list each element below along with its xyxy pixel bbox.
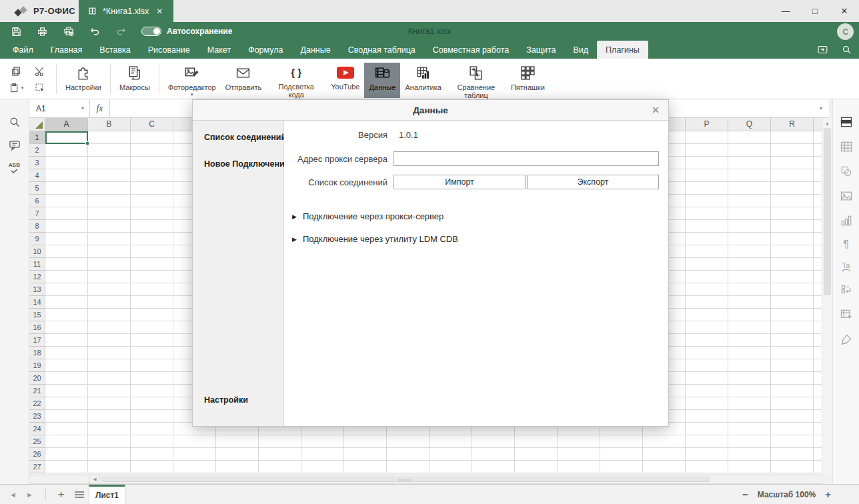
- menu-tab-11[interactable]: Плагины: [597, 41, 648, 59]
- select-icon[interactable]: [34, 82, 46, 94]
- selected-cell-a1[interactable]: [45, 131, 88, 144]
- dialog-close-icon[interactable]: ✕: [652, 105, 660, 115]
- slicer-settings-icon[interactable]: [840, 283, 853, 297]
- zoom-out-button[interactable]: −: [742, 489, 748, 500]
- ribbon-button-photo-editor[interactable]: Фоторедактор ▾: [163, 63, 221, 98]
- ribbon-button-fifteen-puzzle[interactable]: Пятнашки: [506, 63, 550, 98]
- ribbon-button-settings[interactable]: Настройки: [61, 63, 106, 98]
- row-header-19[interactable]: 19: [29, 359, 45, 372]
- scroll-up-icon[interactable]: ▲: [822, 118, 832, 129]
- row-header-9[interactable]: 9: [29, 233, 45, 245]
- autosave-toggle[interactable]: [141, 27, 161, 36]
- redo-icon[interactable]: [115, 26, 127, 37]
- row-header-5[interactable]: 5: [29, 182, 45, 195]
- insert-function-button[interactable]: fx: [90, 99, 110, 117]
- cut-icon[interactable]: [34, 65, 46, 77]
- sheet-list-icon[interactable]: [74, 491, 85, 499]
- maximize-button[interactable]: □: [800, 0, 830, 22]
- pivot-table-settings-icon[interactable]: [840, 308, 853, 321]
- ribbon-button-send[interactable]: Отправить: [221, 63, 267, 98]
- comments-icon[interactable]: [8, 139, 21, 152]
- row-header-27[interactable]: 27: [29, 461, 45, 473]
- search-icon[interactable]: [841, 44, 852, 55]
- proxy-address-input[interactable]: [393, 151, 659, 166]
- export-button[interactable]: Экспорт: [527, 175, 659, 189]
- ribbon-button-macros[interactable]: Макросы: [115, 63, 155, 98]
- ribbon-button-analytics[interactable]: Аналитика: [400, 63, 446, 98]
- sidebar-item-settings[interactable]: Настройки: [204, 395, 248, 405]
- import-button[interactable]: Импорт: [393, 175, 526, 189]
- close-button[interactable]: ✕: [830, 0, 859, 22]
- column-header-P[interactable]: P: [686, 118, 728, 131]
- paste-icon[interactable]: ▾: [9, 82, 24, 94]
- menu-tab-3[interactable]: Рисование: [139, 41, 199, 59]
- menu-tab-6[interactable]: Данные: [292, 41, 339, 59]
- search-icon[interactable]: [8, 115, 21, 129]
- prev-sheet-icon[interactable]: ◄: [9, 491, 17, 499]
- add-sheet-icon[interactable]: +: [58, 489, 65, 500]
- ribbon-button-data[interactable]: Данные: [364, 63, 400, 98]
- next-sheet-icon[interactable]: ►: [26, 491, 33, 499]
- tab-close-icon[interactable]: ✕: [155, 7, 164, 16]
- column-header-C[interactable]: C: [131, 118, 173, 131]
- row-header-11[interactable]: 11: [29, 258, 45, 271]
- column-header-Q[interactable]: Q: [728, 118, 771, 131]
- row-header-23[interactable]: 23: [29, 410, 45, 423]
- text-art-settings-icon[interactable]: Ta: [842, 262, 851, 272]
- user-avatar[interactable]: C: [837, 23, 854, 40]
- row-header-20[interactable]: 20: [29, 372, 45, 385]
- horizontal-scrollbar[interactable]: ◀: [29, 475, 822, 484]
- row-header-18[interactable]: 18: [29, 347, 45, 359]
- column-header-B[interactable]: B: [88, 118, 131, 131]
- copy-icon[interactable]: [10, 65, 22, 77]
- row-header-25[interactable]: 25: [29, 435, 45, 448]
- sidebar-item-connections-list[interactable]: Список соединений: [204, 133, 286, 142]
- shape-settings-icon[interactable]: [840, 165, 853, 178]
- menu-tab-10[interactable]: Вид: [564, 41, 597, 59]
- minimize-button[interactable]: —: [771, 0, 800, 22]
- zoom-in-button[interactable]: +: [825, 489, 831, 500]
- menu-tab-7[interactable]: Сводная таблица: [339, 41, 424, 59]
- chart-settings-icon[interactable]: [840, 214, 853, 227]
- row-header-7[interactable]: 7: [29, 207, 45, 220]
- image-settings-icon[interactable]: [840, 189, 853, 203]
- row-header-24[interactable]: 24: [29, 423, 45, 435]
- row-header-26[interactable]: 26: [29, 448, 45, 461]
- row-header-16[interactable]: 16: [29, 321, 45, 334]
- ribbon-button-compare-tables[interactable]: Сравнение таблиц: [446, 63, 506, 98]
- ribbon-button-youtube[interactable]: YouTube: [326, 63, 364, 98]
- expand-formula-bar-icon[interactable]: ▾: [820, 105, 822, 111]
- spellcheck-icon[interactable]: АБВ: [9, 162, 20, 173]
- column-header-R[interactable]: R: [771, 118, 814, 131]
- signature-settings-icon[interactable]: [840, 333, 853, 346]
- menu-tab-4[interactable]: Макет: [199, 41, 239, 59]
- cell-reference-box[interactable]: A1 ▾: [29, 99, 90, 117]
- sidebar-item-new-connection[interactable]: Новое Подключение: [204, 159, 289, 169]
- row-header-21[interactable]: 21: [29, 385, 45, 397]
- row-header-10[interactable]: 10: [29, 245, 45, 258]
- row-header-17[interactable]: 17: [29, 334, 45, 347]
- section-ldm-cdb-connection[interactable]: ▶ Подключение через утилиту LDM CDB: [292, 234, 458, 244]
- cell-settings-icon[interactable]: [840, 115, 853, 129]
- row-header-14[interactable]: 14: [29, 296, 45, 309]
- vertical-scrollbar[interactable]: ▲: [822, 118, 832, 475]
- fill-handle[interactable]: [85, 141, 89, 145]
- ribbon-button-code-highlight[interactable]: { } Подсветка кода: [266, 63, 326, 98]
- row-header-13[interactable]: 13: [29, 283, 45, 296]
- row-header-2[interactable]: 2: [29, 144, 45, 157]
- menu-tab-1[interactable]: Главная: [42, 41, 91, 59]
- document-tab[interactable]: *Книга1.xlsx ✕: [79, 0, 173, 22]
- column-header-A[interactable]: A: [45, 118, 88, 131]
- row-header-22[interactable]: 22: [29, 397, 45, 410]
- menu-tab-9[interactable]: Защита: [518, 41, 564, 59]
- table-settings-icon[interactable]: [840, 140, 853, 153]
- vertical-scrollbar-thumb[interactable]: [824, 129, 831, 295]
- row-header-15[interactable]: 15: [29, 309, 45, 321]
- dialog-header[interactable]: Данные ✕: [193, 100, 668, 121]
- section-proxy-connection[interactable]: ▶ Подключение через прокси-сервер: [292, 211, 444, 221]
- row-header-12[interactable]: 12: [29, 271, 45, 283]
- row-header-1[interactable]: 1: [29, 131, 45, 144]
- select-all-corner[interactable]: [29, 118, 45, 131]
- menu-tab-0[interactable]: Файл: [4, 41, 42, 59]
- sheet-tab-list1[interactable]: Лист1: [89, 485, 125, 504]
